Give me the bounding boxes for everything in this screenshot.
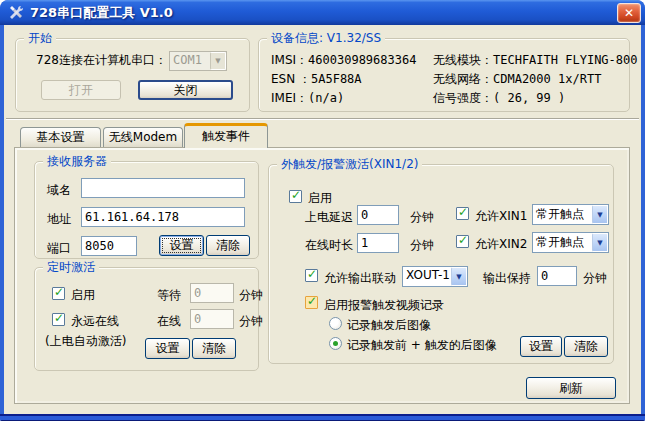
domain-label: 域名 xyxy=(47,183,71,198)
server-clear-button[interactable]: 清除 xyxy=(206,235,250,256)
always-online-checkbox[interactable] xyxy=(52,313,65,326)
com-port-value: COM1 xyxy=(170,52,210,70)
esn-label: ESN ： xyxy=(271,72,311,86)
timed-set-button[interactable]: 设置 xyxy=(145,338,190,359)
server-set-button[interactable]: 设置 xyxy=(159,235,204,256)
imsi-value: 460030989683364 xyxy=(308,53,416,67)
output-linkage-value: XOUT-1 xyxy=(403,267,451,286)
external-trigger-title: 外触发/报警激活(XIN1/2) xyxy=(277,157,422,172)
receive-server-group: 接收服务器 域名 地址 端口 设置 清除 xyxy=(34,161,259,259)
module-label: 无线模块： xyxy=(433,53,493,67)
esn-value: 5A5F88A xyxy=(311,72,362,86)
trigger-enable-label: 启用 xyxy=(308,191,332,206)
xin1-contact-value: 常开触点 xyxy=(533,205,592,224)
always-online-label: 永远在线 xyxy=(71,314,119,329)
power-delay-minutes-label: 分钟 xyxy=(410,210,434,225)
xin2-checkbox[interactable] xyxy=(456,235,469,248)
tab-wireless-modem[interactable]: 无线Modem xyxy=(103,127,183,148)
start-group-title: 开始 xyxy=(24,31,56,46)
open-port-button[interactable]: 打开 xyxy=(41,80,121,100)
trigger-events-tabpage: 接收服务器 域名 地址 端口 设置 清除 定时激活 启用 等待 分钟 永远在线 xyxy=(14,147,630,404)
output-hold-label: 输出保持 xyxy=(483,271,531,286)
xin2-label: 允许XIN2 xyxy=(475,237,527,252)
xin2-contact-select[interactable]: 常开触点 xyxy=(532,232,609,253)
address-label: 地址 xyxy=(47,212,71,227)
tab-basic-settings[interactable]: 基本设置 xyxy=(20,127,101,148)
online-duration-minutes-label: 分钟 xyxy=(410,238,434,253)
network-row: 无线网络：CDMA2000 1x/RTT xyxy=(433,72,601,87)
output-hold-minutes-label: 分钟 xyxy=(583,271,607,286)
imei-row: IMEI：(n/a) xyxy=(271,91,344,106)
power-delay-label: 上电延迟 xyxy=(305,210,353,225)
receive-server-title: 接收服务器 xyxy=(43,154,111,169)
refresh-button[interactable]: 刷新 xyxy=(526,377,616,399)
video-record-label: 启用报警触发视频记录 xyxy=(324,298,444,313)
video-record-checkbox[interactable] xyxy=(305,296,318,309)
domain-input[interactable] xyxy=(81,178,245,198)
serial-port-label: 728连接在计算机串口： xyxy=(36,53,167,68)
port-label: 端口 xyxy=(47,241,71,256)
output-linkage-checkbox[interactable] xyxy=(305,269,318,282)
imei-label: IMEI： xyxy=(271,91,308,105)
network-value: CDMA2000 1x/RTT xyxy=(493,72,601,86)
client-area: 开始 728连接在计算机串口： COM1 打开 关闭 设备信息: V1.32/S… xyxy=(4,25,641,414)
wait-label: 等待 xyxy=(157,288,181,303)
title-bar: 728串口配置工具 V1.0 ✕ xyxy=(0,0,645,25)
esn-row: ESN ：5A5F88A xyxy=(271,72,362,87)
signal-row: 信号强度：( 26, 99 ) xyxy=(433,91,565,106)
chevron-down-icon xyxy=(592,233,608,252)
window-title: 728串口配置工具 V1.0 xyxy=(30,4,173,22)
timed-enable-label: 启用 xyxy=(71,288,95,303)
online-duration-input[interactable] xyxy=(357,233,399,253)
timed-activation-group: 定时激活 启用 等待 分钟 永远在线 在线 分钟 (上电自动激活) 设置 清除 xyxy=(34,267,259,371)
signal-label: 信号强度： xyxy=(433,91,493,105)
trigger-set-button[interactable]: 设置 xyxy=(520,336,562,357)
online-minutes-label: 分钟 xyxy=(239,314,263,329)
chevron-down-icon xyxy=(451,267,467,286)
port-input[interactable] xyxy=(81,236,137,256)
timed-clear-button[interactable]: 清除 xyxy=(192,338,236,359)
record-pre-post-label: 记录触发前 + 触发的后图像 xyxy=(347,338,497,353)
separator-line xyxy=(6,118,639,120)
external-trigger-group: 外触发/报警激活(XIN1/2) 启用 上电延迟 分钟 允许XIN1 常开触点 … xyxy=(268,164,614,364)
power-delay-input[interactable] xyxy=(357,205,399,225)
module-value: TECHFAITH FLYING-800 xyxy=(493,53,638,67)
address-input[interactable] xyxy=(81,207,245,227)
xin1-checkbox[interactable] xyxy=(456,207,469,220)
trigger-enable-checkbox[interactable] xyxy=(289,190,302,203)
device-info-title: 设备信息: V1.32/SS xyxy=(267,31,385,46)
tools-icon xyxy=(8,4,24,20)
device-info-group: 设备信息: V1.32/SS IMSI：460030989683364 ESN … xyxy=(258,38,630,112)
timed-activation-title: 定时激活 xyxy=(43,260,99,275)
trigger-clear-button[interactable]: 清除 xyxy=(564,336,608,357)
chevron-down-icon xyxy=(592,205,608,224)
online-duration-label: 在线时长 xyxy=(305,238,353,253)
record-after-label: 记录触发后图像 xyxy=(347,318,431,333)
close-window-button[interactable]: ✕ xyxy=(617,3,641,23)
start-group: 开始 728连接在计算机串口： COM1 打开 关闭 xyxy=(15,38,250,112)
output-linkage-label: 允许输出联动 xyxy=(324,271,396,286)
record-after-radio[interactable] xyxy=(329,317,342,330)
xin2-contact-value: 常开触点 xyxy=(533,233,592,252)
online-input[interactable] xyxy=(190,309,234,329)
record-pre-post-radio[interactable] xyxy=(329,337,342,350)
signal-value: ( 26, 99 ) xyxy=(493,91,565,105)
window-bottom-border xyxy=(0,414,645,421)
xin1-label: 允许XIN1 xyxy=(475,209,527,224)
close-port-button[interactable]: 关闭 xyxy=(138,80,233,100)
power-on-note: (上电自动激活) xyxy=(45,334,126,349)
tab-trigger-events[interactable]: 触发事件 xyxy=(184,123,268,148)
app-window: 728串口配置工具 V1.0 ✕ 开始 728连接在计算机串口： COM1 打开… xyxy=(0,0,645,421)
xin1-contact-select[interactable]: 常开触点 xyxy=(532,204,609,225)
com-port-select[interactable]: COM1 xyxy=(169,51,227,71)
chevron-down-icon xyxy=(210,52,226,70)
wait-input[interactable] xyxy=(190,283,234,303)
output-hold-input[interactable] xyxy=(537,266,577,286)
online-label: 在线 xyxy=(157,314,181,329)
imei-value: (n/a) xyxy=(308,91,344,105)
imsi-label: IMSI： xyxy=(271,53,308,67)
wait-minutes-label: 分钟 xyxy=(239,288,263,303)
timed-enable-checkbox[interactable] xyxy=(52,287,65,300)
imsi-row: IMSI：460030989683364 xyxy=(271,53,416,68)
output-linkage-select[interactable]: XOUT-1 xyxy=(402,266,468,287)
